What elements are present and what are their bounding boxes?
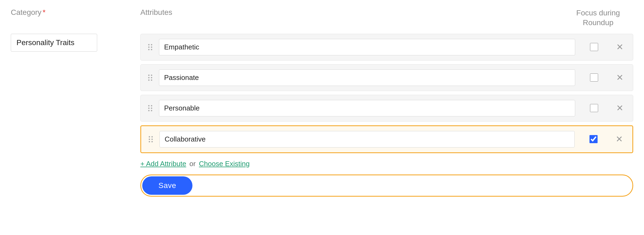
- category-label: Category *: [11, 8, 140, 17]
- drag-handle[interactable]: [147, 43, 154, 51]
- drag-handle[interactable]: [148, 135, 154, 143]
- add-attribute-button[interactable]: + Add Attribute: [140, 160, 186, 168]
- choose-existing-button[interactable]: Choose Existing: [199, 160, 250, 168]
- focus-checkbox-2[interactable]: [590, 73, 598, 82]
- remove-attribute-3[interactable]: ✕: [613, 104, 626, 112]
- save-button-wrapper: Save: [140, 174, 633, 197]
- category-label-text: Category: [11, 8, 42, 17]
- remove-attribute-2[interactable]: ✕: [613, 73, 626, 82]
- save-button[interactable]: Save: [142, 176, 192, 195]
- focus-checkbox-3[interactable]: [590, 104, 598, 112]
- required-marker: *: [43, 8, 46, 17]
- attribute-row-highlighted: ✕: [140, 125, 633, 153]
- remove-attribute-4[interactable]: ✕: [612, 135, 626, 143]
- category-input[interactable]: [11, 34, 97, 52]
- attribute-input-3[interactable]: [159, 100, 575, 116]
- focus-checkbox-1[interactable]: [590, 43, 598, 51]
- attribute-row: ✕: [140, 34, 633, 61]
- focus-during-roundup-label: Focus during Roundup: [563, 8, 633, 28]
- drag-handle[interactable]: [147, 104, 154, 112]
- focus-checkbox-4[interactable]: [589, 135, 598, 143]
- remove-attribute-1[interactable]: ✕: [613, 43, 626, 51]
- attribute-row: ✕: [140, 95, 633, 122]
- attribute-input-4[interactable]: [160, 131, 575, 147]
- attribute-row: ✕: [140, 64, 633, 91]
- attributes-label: Attributes: [140, 8, 172, 17]
- drag-handle[interactable]: [147, 73, 154, 82]
- or-separator: or: [189, 160, 196, 168]
- footer-links: + Add Attribute or Choose Existing: [140, 160, 633, 168]
- attribute-input-2[interactable]: [159, 69, 575, 86]
- attribute-input-1[interactable]: [159, 39, 575, 55]
- attributes-list: ✕: [140, 34, 633, 157]
